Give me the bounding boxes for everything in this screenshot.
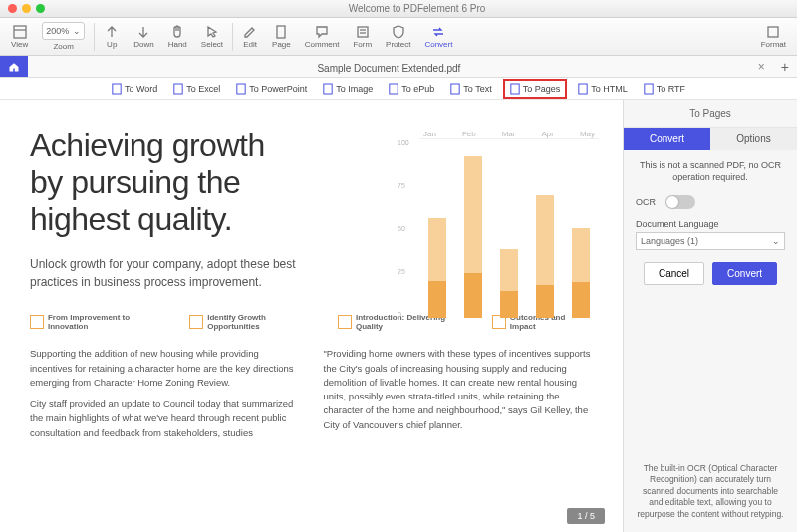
page-icon [273,24,289,40]
view-icon [12,24,28,40]
cancel-button[interactable]: Cancel [644,262,704,285]
svg-rect-14 [579,84,587,94]
down-tool[interactable]: Down [127,18,160,55]
tab-bar: Sample Document Extended.pdf × + [0,56,797,78]
select-icon [204,24,220,40]
down-icon [135,24,151,40]
hand-tool[interactable]: Hand [161,18,194,55]
minimize-icon[interactable] [22,4,31,13]
svg-rect-3 [358,27,368,37]
to-text-button[interactable]: To Text [445,81,496,97]
edit-icon [242,24,258,40]
format-icon [765,24,781,40]
doc-icon [236,83,246,95]
to-epub-button[interactable]: To ePub [384,81,439,97]
svg-rect-6 [768,27,778,37]
zoom-select[interactable]: 200%⌄ [42,22,85,40]
comment-tool[interactable]: Comment [298,18,347,55]
to-html-button[interactable]: To HTML [573,81,633,97]
panel-note: This is not a scanned PDF, no OCR operat… [636,160,785,183]
panel-tab-convert[interactable]: Convert [624,128,710,150]
select-tool[interactable]: Select [194,18,230,55]
panel-title: To Pages [624,100,797,128]
doc-icon [112,83,122,95]
ocr-label: OCR [636,197,656,207]
feat-icon [189,315,203,329]
svg-rect-10 [324,84,332,94]
view-tool[interactable]: View [4,18,35,55]
svg-rect-8 [174,84,182,94]
feat-icon [30,315,44,329]
zoom-tool[interactable]: 200%⌄ Zoom [35,18,92,55]
convert-tool[interactable]: Convert [417,18,459,55]
edit-tool[interactable]: Edit [235,18,265,55]
maximize-icon[interactable] [36,4,45,13]
home-icon [8,61,20,73]
convert-bar: To Word To Excel To PowerPoint To Image … [0,78,797,100]
svg-rect-9 [237,84,245,94]
to-powerpoint-button[interactable]: To PowerPoint [231,81,312,97]
doc-subheading: Unlock growth for your company, adopt th… [30,255,329,291]
convert-icon [430,24,446,40]
panel-tab-options[interactable]: Options [710,128,797,150]
window-title: Welcome to PDFelement 6 Pro [45,3,789,14]
svg-rect-0 [14,26,26,38]
shield-icon [391,24,406,40]
to-excel-button[interactable]: To Excel [168,81,225,97]
window-controls [8,4,45,13]
doc-chart: JanFebMarAprMay 1007550250 [419,130,599,329]
doc-icon [389,83,398,95]
svg-rect-7 [113,84,121,94]
doc-icon [510,83,520,95]
up-tool[interactable]: Up [97,18,127,55]
doc-icon [173,83,183,95]
svg-rect-13 [511,84,519,94]
language-select[interactable]: Languages (1)⌄ [636,232,785,250]
svg-rect-11 [390,84,398,94]
hand-icon [169,24,185,40]
doc-columns: Supporting the addition of new housing w… [30,347,593,448]
form-tool[interactable]: Form [346,18,379,55]
up-icon [104,24,120,40]
format-tool[interactable]: Format [754,18,793,55]
titlebar: Welcome to PDFelement 6 Pro [0,0,797,18]
language-label: Document Language [636,219,785,229]
doc-icon [323,83,333,95]
protect-tool[interactable]: Protect [379,18,417,55]
convert-button[interactable]: Convert [712,262,777,285]
to-word-button[interactable]: To Word [107,81,162,97]
svg-rect-15 [645,84,653,94]
doc-icon [578,83,588,95]
panel-footer: The built-in OCR (Optical Character Reco… [624,451,797,532]
page-tool[interactable]: Page [265,18,298,55]
page-indicator: 1 / 5 [567,508,605,524]
close-icon[interactable] [8,4,17,13]
home-tab[interactable] [0,56,28,77]
to-rtf-button[interactable]: To RTF [639,81,690,97]
to-pages-button[interactable]: To Pages [503,79,568,99]
to-image-button[interactable]: To Image [318,81,378,97]
doc-icon [644,83,654,95]
doc-icon [450,83,460,95]
comment-icon [314,24,330,40]
tab-add-icon[interactable]: + [773,59,797,75]
feat-icon [338,315,352,329]
svg-rect-12 [451,84,459,94]
tab-close-icon[interactable]: × [750,60,773,74]
main-toolbar: View 200%⌄ Zoom Up Down Hand Select Edit… [0,18,797,56]
svg-rect-2 [277,26,285,38]
ocr-toggle[interactable] [665,195,695,209]
convert-panel: To Pages Convert Options This is not a s… [623,100,797,532]
form-icon [355,24,371,40]
document-tab[interactable]: Sample Document Extended.pdf [28,59,750,74]
document-viewport[interactable]: Achieving growth by pursuing the highest… [0,100,623,532]
